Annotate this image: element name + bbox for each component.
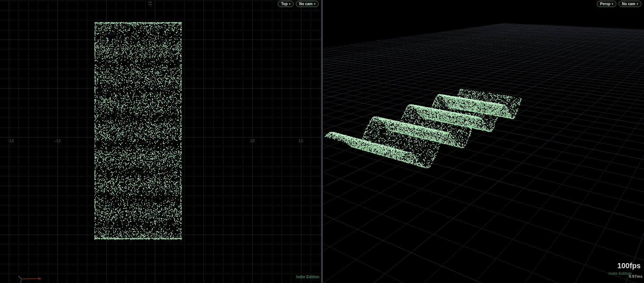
- y-axis-icon: [18, 276, 21, 279]
- camera-selector-label: No cam: [299, 2, 312, 6]
- axis-tick--15: -15: [8, 139, 14, 143]
- x-axis-icon: [21, 279, 38, 279]
- indie-edition-watermark: Indie Edition: [296, 275, 319, 279]
- frame-time-readout: 9.97ms: [629, 274, 643, 279]
- chevron-down-icon: ▾: [612, 3, 613, 5]
- camera-selector-button[interactable]: No cam ▾: [296, 1, 319, 7]
- view-selector-button[interactable]: Top ▾: [278, 1, 294, 7]
- view-selector-button[interactable]: Persp ▾: [597, 1, 616, 7]
- chevron-down-icon: ▾: [289, 3, 291, 5]
- view-selector-label: Top: [281, 2, 288, 6]
- viewport-top: -15 -10 10 15 -15 Top ▾ No cam ▾ Indie E…: [0, 0, 321, 283]
- fps-counter: 100fps: [617, 262, 641, 270]
- axis-tick-10: 10: [250, 139, 255, 143]
- chevron-down-icon: ▾: [637, 3, 638, 5]
- indie-edition-watermark: Indie Edition: [609, 271, 632, 276]
- axis-tick--10: -10: [55, 139, 61, 143]
- z-axis-icon: [21, 279, 21, 283]
- camera-selector-label: No cam: [622, 2, 635, 6]
- chevron-down-icon: ▾: [314, 3, 315, 5]
- x-axis-arrowhead-icon: [38, 277, 42, 280]
- viewport-split-layout: -15 -10 10 15 -15 Top ▾ No cam ▾ Indie E…: [0, 0, 644, 283]
- camera-selector-button[interactable]: No cam ▾: [619, 1, 641, 7]
- view-selector-label: Persp: [600, 2, 610, 6]
- persp-viewport-toolbar: Persp ▾ No cam ▾: [597, 1, 641, 7]
- top-viewport-canvas[interactable]: [0, 0, 321, 283]
- axis-tick-15: 15: [298, 139, 303, 143]
- top-viewport-toolbar: Top ▾ No cam ▾: [278, 1, 319, 7]
- axis-tick-vertical--15: -15: [148, 1, 152, 7]
- viewport-persp: Persp ▾ No cam ▾ 100fps Indie Edition 9.…: [323, 0, 644, 283]
- persp-viewport-canvas[interactable]: [323, 0, 644, 283]
- origin-axis-gizmo: [16, 274, 47, 283]
